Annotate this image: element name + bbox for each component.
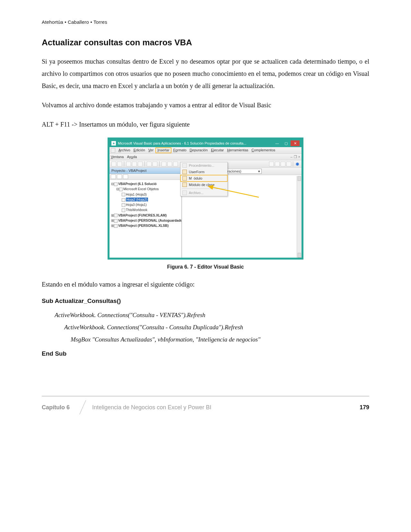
footer-divider-icon [76,402,89,412]
code-line: MsgBox "Consultas Actualizadas", vbInfor… [71,333,369,346]
maximize-icon[interactable]: ▢ [282,140,291,146]
menu-ver[interactable]: Ver [148,148,154,153]
menu-ventana[interactable]: Ventana [111,155,124,159]
body-paragraph: ALT + F11 -> Insertamos un módulo, ver f… [42,118,369,130]
body-paragraph: Estando en el módulo vamos a ingresar el… [42,278,369,290]
vertical-scrollbar[interactable] [297,176,302,258]
mdi-restore-icon[interactable]: ❐ [294,155,297,159]
code-sub-open: Sub Actualizar_Consultas() [42,297,369,305]
page-footer: Capítulo 6 Inteligencia de Negocios con … [42,396,369,422]
dropdown-procedimiento: Procedimiento... [180,162,227,169]
figure-caption: Figura 6. 7 - Editor Visual Basic [167,264,244,270]
class-module-icon [182,182,187,187]
code-line: ActiveWorkbook. Connections("Consulta - … [64,321,369,333]
toolbar-icon[interactable] [269,162,274,166]
toolbar-icon[interactable] [275,162,280,166]
body-paragraph: Volvamos al archivo donde estamos trabaj… [42,99,369,111]
toolbar-pause-icon[interactable] [167,162,172,166]
menu-complementos[interactable]: Complementos [251,148,275,153]
code-sub-close: End Sub [42,350,369,357]
toolbar-icon[interactable] [153,162,157,166]
code-line: ActiveWorkbook. Connections("Consulta - … [55,309,369,321]
dropdown-userform[interactable]: UserForm [180,169,227,175]
project-panel-toolbar [109,174,181,180]
userform-icon [182,170,187,174]
toolbar-icon[interactable] [117,162,122,166]
toolbar-icon[interactable] [132,162,137,166]
toolbar-icon[interactable] [111,162,116,166]
menu-herramientas[interactable]: Herramientas [227,148,248,153]
menu-insertar[interactable]: Insertar [155,147,171,153]
module-icon [182,176,187,181]
toolbar-icon[interactable] [286,162,291,166]
vbe-titlebar: ✦ Microsoft Visual Basic para Aplicacion… [109,139,302,147]
vbe-app-icon: ✦ [111,141,116,146]
menubar: Archivo Edición Ver Insertar Formato Dep… [109,147,302,154]
minimize-icon[interactable]: — [273,140,282,146]
file-icon [182,191,187,195]
mdi-minimize-icon[interactable]: – [290,155,292,159]
dropdown-modulo[interactable]: Módulo [180,175,227,182]
toolbar-icon[interactable] [147,162,152,166]
toolbar-stop-icon[interactable] [173,162,178,166]
view-object-icon[interactable] [117,174,122,179]
vbe-window: ✦ Microsoft Visual Basic para Aplicacion… [108,137,303,260]
selected-tree-item: Hoja2 (Hoja2) [126,198,148,201]
menu-ayuda[interactable]: Ayuda [127,155,137,159]
project-tree[interactable]: ⊟VBAProject (6.1 Solució ⊟Microsoft Exce… [109,180,181,229]
view-code-icon[interactable] [111,174,116,179]
running-header: Atehortúa • Caballero • Torres [42,19,369,25]
vbe-title-text: Microsoft Visual Basic para Aplicaciones… [118,141,246,145]
footer-chapter: Capítulo 6 [42,404,79,411]
mdi-close-icon[interactable]: × [298,155,300,159]
page-number: 179 [360,404,369,411]
close-icon[interactable]: ✕ [291,140,300,146]
dropdown-modulo-clase[interactable]: Módulo de clase [180,182,227,188]
menu-formato[interactable]: Formato [173,148,187,153]
code-listing: Sub Actualizar_Consultas() ActiveWorkboo… [42,297,369,357]
help-icon[interactable]: ◉ [295,162,300,166]
insert-dropdown: Procedimiento... UserForm Módulo Módulo … [180,162,228,196]
section-heading: Actualizar consultas con macros VBA [42,38,369,48]
menu-depuracion[interactable]: Depuración [190,148,208,153]
menu-edicion[interactable]: Edición [134,148,145,153]
body-paragraph: Si ya poseemos muchas consultas dentro d… [42,55,369,92]
dropdown-archivo: Archivo... [180,190,227,196]
menu-ejecutar[interactable]: Ejecutar [211,148,224,153]
proc-icon [182,163,187,168]
menu-archivo[interactable]: Archivo [118,148,130,153]
footer-title: Inteligencia de Negocios con Excel y Pow… [92,404,360,411]
menubar-row2: Ventana Ayuda – ❐ × [109,154,302,160]
project-explorer: Proyecto - VBAProject ⊟VBAProject (6.1 S… [109,168,182,258]
toolbar-run-icon[interactable] [162,162,166,166]
project-panel-title: Proyecto - VBAProject [109,168,181,174]
toolbar-icon[interactable] [138,162,143,166]
toggle-folders-icon[interactable] [123,174,128,179]
toolbar-icon[interactable] [281,162,285,166]
toolbar-icon[interactable] [126,162,131,166]
excel-icon [111,148,115,153]
